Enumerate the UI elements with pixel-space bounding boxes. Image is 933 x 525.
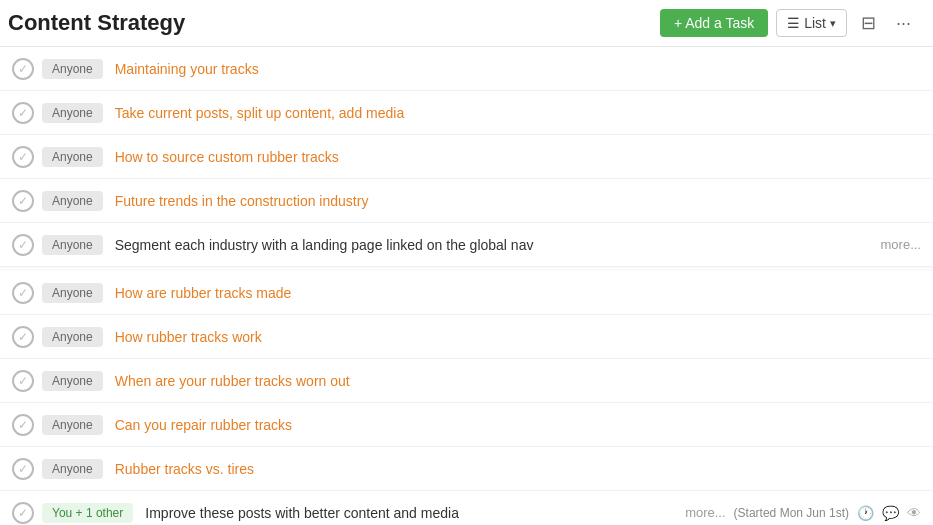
- task-text: How to source custom rubber tracks: [115, 149, 921, 165]
- task-text: Improve these posts with better content …: [145, 505, 679, 521]
- task-check-icon[interactable]: ✓: [12, 282, 34, 304]
- eye-icon[interactable]: 👁: [907, 505, 921, 521]
- task-text: How are rubber tracks made: [115, 285, 921, 301]
- task-text: Take current posts, split up content, ad…: [115, 105, 921, 121]
- assignee-badge[interactable]: You + 1 other: [42, 503, 133, 523]
- task-text: Segment each industry with a landing pag…: [115, 237, 875, 253]
- task-check-icon[interactable]: ✓: [12, 190, 34, 212]
- comment-icon[interactable]: 💬: [882, 505, 899, 521]
- task-row[interactable]: ✓AnyoneHow to source custom rubber track…: [0, 135, 933, 179]
- task-row[interactable]: ✓AnyoneTake current posts, split up cont…: [0, 91, 933, 135]
- filter-button[interactable]: ⊟: [855, 8, 882, 38]
- task-meta: (Started Mon Jun 1st): [734, 506, 849, 520]
- task-check-icon[interactable]: ✓: [12, 326, 34, 348]
- add-task-button[interactable]: + Add a Task: [660, 9, 768, 37]
- task-check-icon[interactable]: ✓: [12, 502, 34, 524]
- task-row[interactable]: ✓AnyoneCan you repair rubber tracks: [0, 403, 933, 447]
- task-row[interactable]: ✓AnyoneHow are rubber tracks made: [0, 271, 933, 315]
- assignee-badge[interactable]: Anyone: [42, 191, 103, 211]
- list-label: List: [804, 15, 826, 31]
- list-icon: ☰: [787, 15, 800, 31]
- assignee-badge[interactable]: Anyone: [42, 371, 103, 391]
- chevron-down-icon: ▾: [830, 17, 836, 30]
- task-check-icon[interactable]: ✓: [12, 234, 34, 256]
- task-row[interactable]: ✓AnyoneMaintaining your tracks: [0, 47, 933, 91]
- task-check-icon[interactable]: ✓: [12, 414, 34, 436]
- header: Content Strategy + Add a Task ☰ List ▾ ⊟…: [0, 0, 933, 47]
- task-row[interactable]: ✓AnyoneRubber tracks vs. tires: [0, 447, 933, 491]
- task-more-link[interactable]: more...: [881, 237, 921, 252]
- task-row[interactable]: ✓AnyoneSegment each industry with a land…: [0, 223, 933, 267]
- task-check-icon[interactable]: ✓: [12, 458, 34, 480]
- task-text: Rubber tracks vs. tires: [115, 461, 921, 477]
- list-view-button[interactable]: ☰ List ▾: [776, 9, 847, 37]
- ellipsis-icon: ···: [896, 13, 911, 33]
- assignee-badge[interactable]: Anyone: [42, 415, 103, 435]
- task-row[interactable]: ✓You + 1 otherImprove these posts with b…: [0, 491, 933, 525]
- assignee-badge[interactable]: Anyone: [42, 327, 103, 347]
- page-title: Content Strategy: [8, 10, 185, 36]
- assignee-badge[interactable]: Anyone: [42, 59, 103, 79]
- task-row[interactable]: ✓AnyoneHow rubber tracks work: [0, 315, 933, 359]
- task-text: Maintaining your tracks: [115, 61, 921, 77]
- clock-icon[interactable]: 🕐: [857, 505, 874, 521]
- assignee-badge[interactable]: Anyone: [42, 459, 103, 479]
- task-list: ✓AnyoneMaintaining your tracks✓AnyoneTak…: [0, 47, 933, 525]
- task-meta-icons: 🕐💬👁: [857, 505, 921, 521]
- task-check-icon[interactable]: ✓: [12, 58, 34, 80]
- task-text: Can you repair rubber tracks: [115, 417, 921, 433]
- assignee-badge[interactable]: Anyone: [42, 283, 103, 303]
- assignee-badge[interactable]: Anyone: [42, 147, 103, 167]
- header-actions: + Add a Task ☰ List ▾ ⊟ ···: [660, 8, 917, 38]
- task-text: Future trends in the construction indust…: [115, 193, 921, 209]
- task-more-link[interactable]: more...: [685, 505, 725, 520]
- task-row[interactable]: ✓AnyoneWhen are your rubber tracks worn …: [0, 359, 933, 403]
- more-options-button[interactable]: ···: [890, 9, 917, 38]
- task-text: How rubber tracks work: [115, 329, 921, 345]
- filter-icon: ⊟: [861, 13, 876, 33]
- task-row[interactable]: ✓AnyoneFuture trends in the construction…: [0, 179, 933, 223]
- task-check-icon[interactable]: ✓: [12, 146, 34, 168]
- task-check-icon[interactable]: ✓: [12, 370, 34, 392]
- task-text: When are your rubber tracks worn out: [115, 373, 921, 389]
- assignee-badge[interactable]: Anyone: [42, 103, 103, 123]
- assignee-badge[interactable]: Anyone: [42, 235, 103, 255]
- task-check-icon[interactable]: ✓: [12, 102, 34, 124]
